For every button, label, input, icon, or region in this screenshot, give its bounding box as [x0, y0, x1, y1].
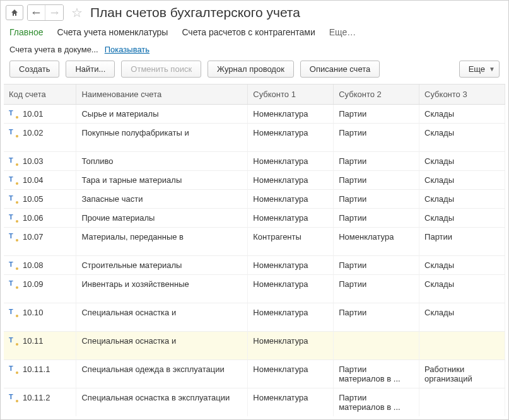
- forward-button: 🡒: [45, 5, 63, 20]
- show-link[interactable]: Показывать: [105, 45, 149, 54]
- col-s3[interactable]: Субконто 3: [419, 85, 505, 105]
- cell-s2: Партии: [334, 152, 419, 171]
- account-icon: [9, 261, 18, 270]
- cell-s1: Номенклатура: [248, 303, 334, 332]
- account-icon: [9, 233, 18, 242]
- cell-code: 10.02: [23, 128, 44, 137]
- more-button[interactable]: Еще▼: [459, 61, 500, 78]
- cell-s3: Склады: [419, 256, 505, 275]
- col-name[interactable]: Наименование счета: [76, 85, 248, 105]
- cancel-search-button: Отменить поиск: [121, 61, 201, 78]
- col-s1[interactable]: Субконто 1: [248, 85, 334, 105]
- cell-code: 10.09: [23, 279, 44, 289]
- cell-s1: Номенклатура: [248, 388, 334, 417]
- table-row[interactable]: 10.04Тара и тарные материалыНоменклатура…: [4, 171, 505, 190]
- cell-s2: Партии: [334, 124, 419, 152]
- table-row[interactable]: 10.05Запасные частиНоменклатураПартииСкл…: [4, 190, 505, 209]
- account-icon: [9, 157, 18, 166]
- account-icon: [9, 308, 18, 317]
- cell-s3: Партии: [419, 228, 505, 256]
- cell-code: 10.05: [23, 194, 44, 204]
- cell-code: 10.01: [23, 109, 44, 119]
- cell-code: 10.08: [23, 260, 44, 270]
- cell-s2: Партии: [334, 303, 419, 332]
- table-row[interactable]: 10.11.1Специальная одежда в эксплуатации…: [4, 360, 505, 388]
- table-row[interactable]: 10.06Прочие материалыНоменклатураПартииС…: [4, 209, 505, 228]
- cell-code: 10.07: [23, 232, 44, 242]
- cell-s1: Контрагенты: [248, 228, 334, 256]
- cell-name: Материалы, переданные в: [76, 228, 248, 256]
- cell-s1: Номенклатура: [248, 360, 334, 388]
- description-button[interactable]: Описание счета: [300, 61, 380, 78]
- cell-s3: [419, 332, 505, 360]
- table-row[interactable]: 10.02Покупные полуфабрикаты иНоменклатур…: [4, 124, 505, 152]
- cell-s3: Склады: [419, 275, 505, 303]
- favorite-icon[interactable]: ☆: [71, 5, 83, 20]
- account-icon: [9, 394, 18, 402]
- table-row[interactable]: 10.11Специальная оснастка иНоменклатура: [4, 332, 505, 360]
- cell-name: Покупные полуфабрикаты и: [76, 124, 248, 152]
- cell-s1: Номенклатура: [248, 332, 334, 360]
- home-button[interactable]: [6, 5, 23, 20]
- cell-s2: Партии: [334, 190, 419, 209]
- cell-s3: Склады: [419, 303, 505, 332]
- back-button[interactable]: 🡐: [28, 5, 45, 20]
- account-icon: [9, 129, 18, 137]
- cell-name: Специальная оснастка и: [76, 303, 248, 332]
- cell-s1: Номенклатура: [248, 190, 334, 209]
- cell-name: Топливо: [76, 152, 248, 171]
- table-row[interactable]: 10.11.2Специальная оснастка в эксплуатац…: [4, 388, 505, 417]
- cell-name: Строительные материалы: [76, 256, 248, 275]
- cell-s1: Номенклатура: [248, 275, 334, 303]
- cell-s3: [419, 388, 505, 417]
- table-row[interactable]: 10.09Инвентарь и хозяйственныеНоменклату…: [4, 275, 505, 303]
- cell-name: Прочие материалы: [76, 209, 248, 228]
- cell-s2: Партии материалов в ...: [334, 360, 419, 388]
- cell-s2: [334, 332, 419, 360]
- table-row[interactable]: 10.01Сырье и материалыНоменклатураПартии…: [4, 105, 505, 124]
- cell-name: Специальная одежда в эксплуатации: [76, 360, 248, 388]
- cell-s2: Партии: [334, 105, 419, 124]
- cell-s1: Номенклатура: [248, 171, 334, 190]
- cell-code: 10.11.2: [23, 393, 50, 402]
- cell-s2: Партии: [334, 209, 419, 228]
- cell-s2: Партии: [334, 256, 419, 275]
- cell-code: 10.10: [23, 308, 44, 317]
- cell-s3: Работники организаций: [419, 360, 505, 388]
- tab-more[interactable]: Еще…: [329, 27, 356, 37]
- cell-name: Запасные части: [76, 190, 248, 209]
- journal-button[interactable]: Журнал проводок: [208, 61, 294, 78]
- cell-s3: Склады: [419, 152, 505, 171]
- tab-nomenclature[interactable]: Счета учета номенклатуры: [57, 27, 168, 37]
- table-row[interactable]: 10.10Специальная оснастка иНоменклатураП…: [4, 303, 505, 332]
- cell-s2: Партии: [334, 171, 419, 190]
- cell-s2: Партии: [334, 275, 419, 303]
- table-row[interactable]: 10.03ТопливоНоменклатураПартииСклады: [4, 152, 505, 171]
- cell-s2: Номенклатура: [334, 228, 419, 256]
- cell-code: 10.04: [23, 175, 44, 185]
- cell-s2: Партии материалов в ...: [334, 388, 419, 417]
- cell-name: Инвентарь и хозяйственные: [76, 275, 248, 303]
- cell-s3: Склады: [419, 171, 505, 190]
- col-code[interactable]: Код счета: [4, 85, 76, 105]
- find-button[interactable]: Найти...: [66, 61, 115, 78]
- cell-name: Сырье и материалы: [76, 105, 248, 124]
- cell-s3: Склады: [419, 190, 505, 209]
- page-title: План счетов бухгалтерского учета: [90, 5, 300, 20]
- cell-s3: Склады: [419, 105, 505, 124]
- account-icon: [9, 214, 18, 223]
- cell-s1: Номенклатура: [248, 256, 334, 275]
- table-row[interactable]: 10.07Материалы, переданные вКонтрагентыН…: [4, 228, 505, 256]
- create-button[interactable]: Создать: [9, 61, 59, 78]
- account-icon: [9, 337, 18, 346]
- col-s2[interactable]: Субконто 2: [334, 85, 419, 105]
- cell-s1: Номенклатура: [248, 105, 334, 124]
- table-row[interactable]: 10.08Строительные материалыНоменклатураП…: [4, 256, 505, 275]
- accounts-table[interactable]: Код счета Наименование счета Субконто 1 …: [4, 85, 505, 416]
- subline-label: Счета учета в докуме...: [9, 45, 98, 54]
- cell-code: 10.06: [23, 213, 44, 223]
- tab-main[interactable]: Главное: [9, 27, 44, 37]
- tab-contractors[interactable]: Счета расчетов с контрагентами: [182, 27, 315, 37]
- cell-s1: Номенклатура: [248, 209, 334, 228]
- chevron-down-icon: ▼: [489, 66, 495, 73]
